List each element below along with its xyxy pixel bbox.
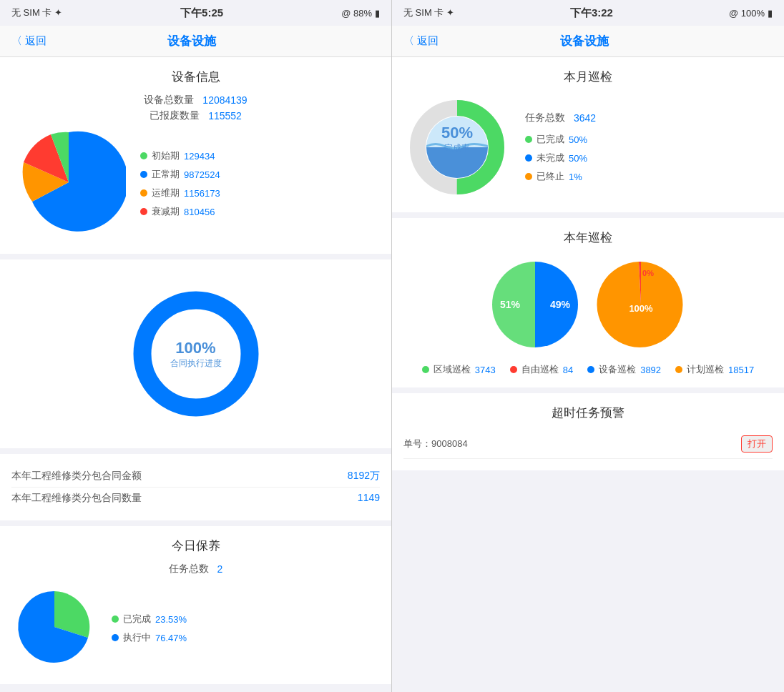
legend-dot-2 — [140, 189, 147, 197]
contract-section: 100% 合同执行进度 — [0, 260, 391, 448]
right-status-time: 下午3:22 — [570, 6, 613, 20]
yearly-legend-3: 计划巡检 18517 — [675, 363, 754, 376]
monthly-legend-1: 未完成 50% — [525, 152, 596, 164]
right-panel: 无 SIM 卡 ✦ 下午3:22 @ 100% ▮ 〈 返回 设备设施 本月巡检 — [392, 0, 784, 692]
warning-open-btn-0[interactable]: 打开 — [741, 435, 773, 453]
yearly-dot-2 — [587, 366, 594, 373]
maintenance-pie-wrapper — [11, 584, 97, 673]
monthly-chart-container: 50% 完成率 任务总数 3642 已完成 50% — [403, 94, 773, 201]
monthly-name-0: 已完成 — [536, 133, 564, 146]
left-status-bar: 无 SIM 卡 ✦ 下午5:25 @ 88% ▮ — [0, 0, 391, 26]
left-battery: @ 88% — [341, 8, 372, 19]
total-devices-row: 设备总数量 12084139 — [11, 94, 380, 107]
yearly-val-0: 3743 — [475, 365, 496, 375]
total-devices-label: 设备总数量 — [144, 94, 194, 107]
contract-pct: 100% — [170, 339, 222, 357]
monthly-val-2: 1% — [569, 172, 582, 182]
legend-dot-1 — [140, 171, 147, 178]
maintenance-pie-svg — [11, 584, 97, 670]
maint-name-1: 执行中 — [123, 631, 151, 644]
right-status-right: @ 100% ▮ — [729, 8, 773, 19]
yearly-legend: 区域巡检 3743 自由巡检 84 设备巡检 3892 计划巡检 18517 — [403, 363, 773, 376]
right-back-button[interactable]: 〈 返回 — [403, 34, 438, 48]
right-carrier: 无 SIM 卡 ✦ — [403, 6, 454, 19]
right-nav-bar: 〈 返回 设备设施 — [392, 26, 784, 57]
yearly-left-pie-svg: 51% 49% — [485, 254, 585, 355]
yearly-legend-0: 区域巡检 3743 — [422, 363, 496, 376]
left-nav-bar: 〈 返回 设备设施 — [0, 26, 391, 57]
left-nav-title: 设备设施 — [46, 33, 337, 49]
legend-name-2: 运维期 — [152, 187, 180, 199]
monthly-title: 本月巡检 — [403, 69, 773, 85]
scrapped-value: 115552 — [208, 110, 242, 122]
yearly-title: 本年巡检 — [403, 229, 773, 246]
svg-text:100%: 100% — [629, 303, 653, 314]
yearly-right-pie-svg: 100% 0% — [591, 254, 691, 355]
left-status-time: 下午5:25 — [180, 6, 223, 20]
monthly-donut-wrapper: 50% 完成率 — [403, 94, 511, 201]
legend-value-3: 810456 — [184, 207, 215, 217]
right-battery: @ 100% — [729, 8, 765, 19]
device-pie-chart — [11, 125, 126, 239]
contract-amount-row: 本年工程维修类分包合同金额 8192万 — [11, 465, 380, 488]
monthly-legend-2: 已终止 1% — [525, 170, 596, 183]
legend-name-3: 衰减期 — [152, 205, 180, 218]
left-status-right: @ 88% ▮ — [341, 8, 380, 19]
monthly-total-label: 任务总数 — [525, 112, 565, 124]
svg-text:49%: 49% — [550, 299, 571, 310]
right-status-left: 无 SIM 卡 ✦ — [403, 6, 454, 19]
legend-value-0: 129434 — [184, 151, 215, 162]
device-pie-wrapper — [11, 125, 126, 242]
maintenance-chart-container: 已完成 23.53% 执行中 76.47% — [11, 578, 380, 673]
legend-item-1: 正常期 9872524 — [140, 168, 220, 181]
device-legend: 初始期 129434 正常期 9872524 运维期 1156173 — [140, 149, 220, 218]
total-devices-value: 12084139 — [202, 94, 247, 106]
maint-legend-1: 执行中 76.47% — [112, 631, 187, 644]
legend-value-1: 9872524 — [184, 169, 220, 180]
yearly-name-3: 计划巡检 — [687, 363, 724, 376]
legend-name-1: 正常期 — [152, 168, 180, 181]
yearly-name-1: 自由巡检 — [521, 363, 559, 376]
monthly-dot-2 — [525, 173, 532, 180]
maint-name-0: 已完成 — [123, 613, 151, 626]
left-panel: 无 SIM 卡 ✦ 下午5:25 @ 88% ▮ 〈 返回 设备设施 设备信息 … — [0, 0, 392, 692]
legend-dot-3 — [140, 208, 147, 215]
maint-dot-0 — [112, 616, 119, 623]
yearly-charts-container: 51% 49% 100% 0% — [403, 254, 773, 355]
yearly-name-2: 设备巡检 — [599, 363, 636, 376]
yearly-val-3: 18517 — [728, 365, 754, 375]
yearly-dot-1 — [510, 366, 517, 373]
maint-val-0: 23.53% — [155, 614, 187, 625]
monthly-pct: 50% — [441, 124, 473, 142]
yearly-val-2: 3892 — [640, 365, 661, 375]
left-scroll-content: 设备信息 设备总数量 12084139 已报废数量 115552 — [0, 57, 391, 692]
contract-chart-container: 100% 合同执行进度 — [11, 271, 380, 437]
scrapped-label: 已报废数量 — [150, 109, 200, 122]
monthly-pct-label: 完成率 — [441, 142, 473, 154]
yearly-legend-1: 自由巡检 84 — [510, 363, 573, 376]
overtime-warning-section: 超时任务预警 单号：9008084 打开 — [392, 393, 784, 470]
maint-legend-0: 已完成 23.53% — [112, 613, 187, 626]
device-info-section: 设备信息 设备总数量 12084139 已报废数量 115552 — [0, 57, 391, 254]
monthly-legend-0: 已完成 50% — [525, 133, 596, 146]
svg-text:51%: 51% — [500, 299, 521, 310]
svg-text:0%: 0% — [642, 269, 654, 277]
monthly-val-0: 50% — [569, 134, 587, 145]
monthly-total-value: 3642 — [574, 112, 596, 124]
left-status-left: 无 SIM 卡 ✦ — [11, 6, 62, 19]
left-carrier: 无 SIM 卡 ✦ — [11, 6, 62, 19]
contract-count-label: 本年工程维修类分包合同数量 — [11, 492, 142, 505]
yearly-dot-0 — [422, 366, 429, 373]
monthly-name-1: 未完成 — [536, 152, 564, 164]
overtime-warning-title: 超时任务预警 — [403, 405, 773, 421]
contract-donut-wrapper: 100% 合同执行进度 — [124, 282, 268, 425]
monthly-donut-center: 50% 完成率 — [441, 124, 473, 154]
monthly-val-1: 50% — [569, 153, 587, 164]
yearly-dot-3 — [675, 366, 682, 373]
right-battery-icon: ▮ — [768, 8, 773, 19]
yearly-val-1: 84 — [563, 365, 573, 375]
monthly-section: 本月巡检 — [392, 57, 784, 212]
left-back-button[interactable]: 〈 返回 — [11, 34, 46, 48]
maintenance-total-label: 任务总数 — [169, 563, 209, 575]
legend-item-3: 衰减期 810456 — [140, 205, 220, 218]
